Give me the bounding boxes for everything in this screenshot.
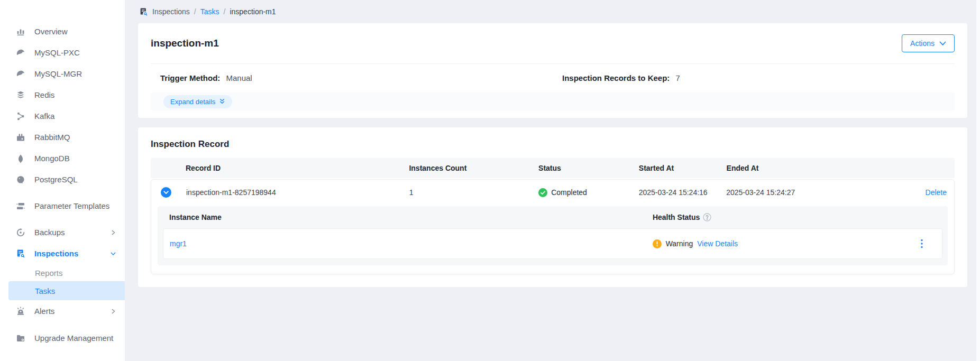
alerts-icon [16, 307, 25, 316]
record-id-value: inspection-m1-8257198944 [181, 188, 404, 197]
postgresql-icon [16, 175, 25, 184]
column-instances-count: Instances Count [404, 164, 533, 172]
inspections-icon [16, 249, 25, 258]
sidebar-item-label: Parameter Templates [34, 201, 116, 211]
sidebar-item-redis[interactable]: Redis [0, 85, 125, 106]
breadcrumb-separator: / [224, 7, 226, 16]
sidebar-item-label: Reports [35, 269, 63, 277]
column-record-id: Record ID [180, 164, 404, 172]
column-ended-at: Ended At [721, 164, 896, 172]
details-strip: Expand details [151, 92, 955, 110]
field-label: Trigger Method: [160, 73, 220, 82]
title-row: inspection-m1 Actions [151, 23, 955, 64]
started-at-value: 2025-03-24 15:24:16 [634, 188, 721, 197]
breadcrumb-item-current: inspection-m1 [230, 7, 276, 16]
sidebar-item-rabbitmq[interactable]: RabbitMQ [0, 127, 125, 148]
sidebar-item-overview[interactable]: Overview [0, 21, 125, 42]
status-badge: Completed [533, 188, 633, 197]
field-value: 7 [676, 73, 680, 82]
sidebar-item-upgrade-management[interactable]: Upgrade Management [0, 322, 125, 354]
instance-name-link[interactable]: mgr1 [170, 239, 187, 248]
breadcrumb: Inspections / Tasks / inspection-m1 [138, 5, 967, 18]
page-title: inspection-m1 [151, 38, 219, 49]
question-circle-icon[interactable] [703, 213, 711, 221]
sidebar-item-label: PostgreSQL [34, 175, 116, 185]
kebab-menu-icon [921, 239, 923, 248]
sidebar-item-label: Backups [34, 228, 101, 238]
sidebar-item-label: Tasks [35, 286, 55, 295]
chevron-right-icon [110, 308, 116, 314]
upgrade-management-icon [16, 334, 25, 343]
sidebar-item-label: MySQL-PXC [34, 48, 116, 58]
check-circle-icon [538, 188, 547, 197]
expand-details-label: Expand details [170, 98, 215, 106]
breadcrumb-item: Inspections [152, 7, 190, 16]
sidebar-item-label: Redis [34, 90, 116, 100]
sidebar-item-mysql-mgr[interactable]: MySQL-MGR [0, 63, 125, 85]
chevron-down-icon [939, 41, 946, 46]
backups-icon [16, 228, 25, 237]
expand-details-button[interactable]: Expand details [163, 95, 232, 108]
ended-at-value: 2025-03-24 15:24:27 [721, 188, 895, 197]
sidebar-item-label: MySQL-MGR [34, 69, 116, 79]
sidebar-item-reports[interactable]: Reports [0, 264, 125, 281]
sidebar-item-label: Inspections [34, 249, 101, 259]
scrollbar-track[interactable] [976, 0, 980, 361]
column-health-status: Health Status [646, 213, 942, 221]
inspections-icon [139, 7, 148, 16]
sidebar-item-label: Upgrade Management [34, 334, 116, 344]
kafka-icon [16, 112, 25, 121]
section-title: Inspection Record [151, 139, 955, 150]
sidebar-item-mysql-pxc[interactable]: MySQL-PXC [0, 42, 125, 63]
actions-button[interactable]: Actions [902, 34, 955, 52]
instance-row-menu-button[interactable] [921, 239, 942, 248]
record-row-actions: Delete [920, 188, 954, 197]
sidebar-item-label: Kafka [34, 112, 116, 122]
main-content: Inspections / Tasks / inspection-m1 insp… [125, 0, 980, 361]
field-value: Manual [226, 73, 252, 82]
sidebar-item-parameter-templates[interactable]: Parameter Templates [0, 190, 125, 222]
field-records-to-keep: Inspection Records to Keep: 7 [562, 73, 680, 82]
actions-button-label: Actions [910, 39, 935, 48]
sidebar-item-postgresql[interactable]: PostgreSQL [0, 169, 125, 190]
delete-link[interactable]: Delete [926, 188, 947, 197]
sidebar-item-alerts[interactable]: Alerts [0, 300, 125, 322]
field-label: Inspection Records to Keep: [562, 73, 670, 82]
column-started-at: Started At [634, 164, 721, 172]
table-row: inspection-m1-8257198944 1 Completed 202… [151, 180, 954, 205]
task-fields: Trigger Method: Manual Inspection Record… [151, 73, 955, 84]
record-row-expanded-box: inspection-m1-8257198944 1 Completed 202… [151, 179, 955, 274]
mongodb-icon [16, 154, 25, 163]
sidebar-item-backups[interactable]: Backups [0, 222, 125, 243]
rabbitmq-icon [16, 133, 25, 142]
sidebar-item-tasks[interactable]: Tasks [8, 281, 125, 300]
sidebar-item-label: Overview [34, 27, 116, 37]
view-details-link[interactable]: View Details [697, 239, 738, 248]
health-status-label: Warning [666, 239, 693, 248]
instances-panel: Instance Name Health Status mgr1 Warning… [158, 206, 948, 265]
chevron-right-icon [110, 229, 116, 236]
warning-circle-icon [653, 239, 662, 248]
parameter-templates-icon [16, 201, 25, 211]
sidebar-item-kafka[interactable]: Kafka [0, 106, 125, 127]
chevron-down-circle-icon [161, 187, 171, 198]
sidebar-item-inspections[interactable]: Inspections [0, 243, 125, 264]
mysql-dolphin-icon [16, 69, 25, 79]
column-instance-name: Instance Name [163, 213, 646, 221]
instances-table-header: Instance Name Health Status [163, 206, 942, 228]
double-chevron-down-icon [219, 98, 225, 105]
mysql-dolphin-icon [16, 48, 25, 58]
record-table-header: Record ID Instances Count Status Started… [151, 158, 955, 178]
sidebar-item-mongodb[interactable]: MongoDB [0, 148, 125, 169]
inspection-record-card: Inspection Record Record ID Instances Co… [138, 127, 967, 287]
status-label: Completed [551, 188, 587, 197]
task-header-card: inspection-m1 Actions Trigger Method: Ma… [138, 23, 967, 118]
chevron-down-icon [110, 251, 116, 257]
breadcrumb-item-tasks[interactable]: Tasks [200, 7, 219, 16]
sidebar-item-label: RabbitMQ [34, 133, 116, 143]
redis-icon [16, 90, 25, 100]
health-status-badge: Warning View Details [646, 239, 921, 248]
collapse-row-button[interactable] [161, 187, 171, 198]
breadcrumb-separator: / [194, 7, 196, 16]
overview-icon [16, 27, 25, 36]
